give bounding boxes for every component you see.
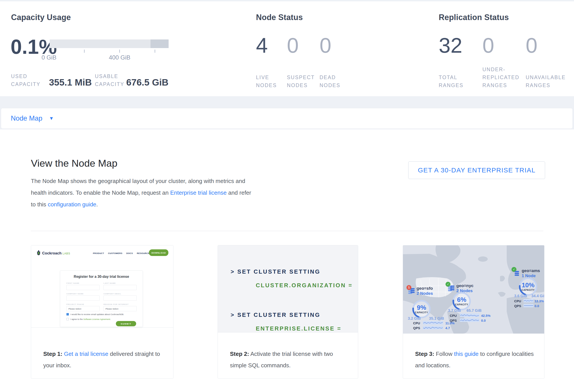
step3-text: Follow — [434, 351, 454, 357]
replication-status-section: Replication Status 32 0 0 TOTAL RANGES U… — [439, 1, 574, 96]
gauge-label: CAPACITY — [516, 289, 540, 291]
usable-capacity-value: 676.5 GiB — [126, 77, 168, 88]
mini-agree-text: I agree to the — [70, 318, 83, 320]
capacity-bar — [50, 39, 169, 48]
node-map-preview: 1 geo=sfo 2 Nodes 9% CAPACITY 3.2 GiB 35… — [403, 245, 544, 334]
capacity-usage-title: Capacity Usage — [11, 13, 71, 22]
step2-label: Step 2: — [230, 351, 249, 357]
mini-submit-button: SUBMIT — [116, 321, 136, 326]
section-divider — [31, 231, 543, 231]
intro-paragraph: The Node Map shows the geographical layo… — [31, 175, 254, 210]
mini-input — [66, 285, 100, 290]
cpu-sparkline — [523, 299, 533, 302]
view-mode-label[interactable]: Node Map — [11, 114, 42, 122]
sql-line: CLUSTER.ORGANIZATION = — [256, 282, 353, 289]
cluster-summary-bar: Capacity Usage 0.1% 0 GiB 400 GiB USED C… — [0, 1, 574, 96]
total-ranges-label: TOTAL RANGES — [439, 74, 463, 89]
mini-checkbox-row: I agree to the Software License Agreemen… — [66, 318, 111, 320]
step1-caption: Step 1: Get a trial license delivered st… — [43, 348, 165, 371]
checkbox-empty-icon — [66, 318, 69, 320]
step3-caption: Step 3: Follow this guide to configure l… — [415, 348, 536, 371]
mini-select: Please Select — [103, 306, 137, 311]
mini-nav-item: PRODUCT — [93, 252, 104, 254]
mini-checkbox-row: I would like to receive email updates ab… — [66, 313, 124, 316]
mini-input — [103, 285, 137, 290]
mini-field-label: LAST NAME — [103, 282, 116, 284]
chevron-down-icon: ▼ — [49, 115, 54, 121]
mini-license-link: Software License Agreement. — [83, 318, 111, 320]
mini-nav-item: DOCS — [126, 252, 133, 254]
mini-checkbox-label: I agree to the Software License Agreemen… — [70, 318, 111, 320]
under-replicated-label: UNDER-REPLICATED RANGES — [482, 65, 520, 89]
node-status-section: Node Status 4 0 0 LIVE NODES SUSPECT NOD… — [256, 1, 410, 96]
get-trial-license-link[interactable]: Get a trial license — [64, 351, 108, 357]
mini-select-value: Please Select — [68, 308, 81, 310]
axis-tick — [84, 50, 84, 53]
unavailable-value: 0 — [526, 34, 537, 56]
mini-field-label: PROJECT PHASE — [66, 303, 84, 305]
live-nodes-value: 4 — [256, 34, 268, 56]
used-gib: 3.6 GiB — [514, 294, 527, 298]
dead-nodes-label: DEAD NODES — [320, 74, 344, 89]
axis-tick — [119, 50, 120, 53]
mini-field-label: FIRST NAME — [66, 282, 80, 284]
mini-field-label: COMPANY EMAIL — [103, 293, 121, 295]
cpu-label: CPU — [514, 299, 521, 303]
step3-label: Step 3: — [415, 351, 434, 357]
sql-line: > SET CLUSTER SETTING — [231, 268, 320, 275]
suspect-nodes-value: 0 — [287, 34, 299, 56]
view-mode-selector[interactable]: Node Map ▼ — [1, 108, 573, 129]
mini-checkbox-label: I would like to receive email updates ab… — [70, 313, 124, 316]
qps-label: QPS — [514, 304, 521, 308]
sql-line: > SET CLUSTER SETTING — [231, 312, 320, 318]
step1-card: Cockroach LABS PRODUCT CUSTOMERS DOCS RE… — [31, 245, 173, 378]
capacity-usage-section: Capacity Usage 0.1% 0 GiB 400 GiB USED C… — [0, 1, 243, 96]
step3-card: 1 geo=sfo 2 Nodes 9% CAPACITY 3.2 GiB 35… — [403, 245, 544, 378]
get-enterprise-trial-button[interactable]: GET A 30-DAY ENTERPRISE TRIAL — [408, 161, 545, 179]
mini-field-label: COMPANY NAME — [66, 293, 84, 295]
mini-nav-item: CUSTOMERS — [108, 252, 122, 254]
intro-text: . — [96, 201, 98, 208]
unavailable-label: UNAVAILABLE RANGES — [526, 74, 567, 89]
total-gib: 34.4 GiB — [532, 294, 544, 298]
configuration-guide-link[interactable]: configuration guide — [48, 201, 96, 208]
page-title: View the Node Map — [31, 158, 117, 169]
node-status-title: Node Status — [256, 13, 303, 22]
sql-code-block: > SET CLUSTER SETTING CLUSTER.ORGANIZATI… — [218, 245, 358, 333]
usable-capacity-label: USABLE CAPACITY — [95, 72, 130, 88]
axis-label-400: 400 GiB — [109, 54, 130, 61]
mini-register-form: Register for a 30-day trial license FIRS… — [60, 271, 143, 327]
sql-line: ENTERPRISE.LICENSE = — [256, 325, 341, 332]
axis-tick — [49, 50, 49, 53]
mini-select-value: Please Select — [105, 308, 118, 310]
capacity-bar-other — [150, 39, 169, 48]
under-replicated-value: 0 — [482, 34, 494, 56]
step2-caption: Step 2: Activate the trial license with … — [230, 348, 350, 371]
axis-tick — [155, 50, 155, 53]
mini-select: Please Select — [66, 306, 100, 311]
suspect-nodes-label: SUSPECT NODES — [287, 74, 314, 89]
enterprise-trial-license-link[interactable]: Enterprise trial license — [170, 189, 227, 196]
mini-download-button: DOWNLOAD — [149, 249, 168, 256]
mini-brand-name: Cockroach — [42, 251, 62, 255]
live-nodes-label: LIVE NODES — [256, 74, 280, 89]
mini-input — [103, 296, 137, 301]
used-capacity-label: USED CAPACITY — [11, 72, 44, 88]
cockroach-logo-icon — [36, 250, 41, 256]
this-guide-link[interactable]: this guide — [454, 351, 478, 357]
mini-brand-suffix: LABS — [63, 252, 70, 255]
capacity-bar-usable — [50, 39, 150, 48]
node-map-intro-panel: View the Node Map The Node Map shows the… — [0, 130, 574, 392]
mini-field-label: REASON FOR INTEREST — [103, 303, 129, 305]
map-location-ams: ✓ geo=ams 1 Node 10% CAPACITY 3.6 GiB 34… — [403, 245, 544, 334]
cpu-value: 12.3% — [534, 299, 544, 303]
axis-label-0: 0 GiB — [41, 54, 57, 61]
trial-signup-screenshot: Cockroach LABS PRODUCT CUSTOMERS DOCS RE… — [31, 245, 173, 328]
step2-card: > SET CLUSTER SETTING CLUSTER.ORGANIZATI… — [218, 245, 358, 378]
step1-label: Step 1: — [43, 351, 62, 357]
mini-brand: Cockroach LABS — [42, 251, 70, 256]
mini-form-title: Register for a 30-day trial license — [60, 275, 143, 279]
checkbox-checked-icon — [66, 313, 69, 316]
mini-input — [66, 296, 100, 301]
used-capacity-value: 355.1 MiB — [49, 77, 92, 88]
